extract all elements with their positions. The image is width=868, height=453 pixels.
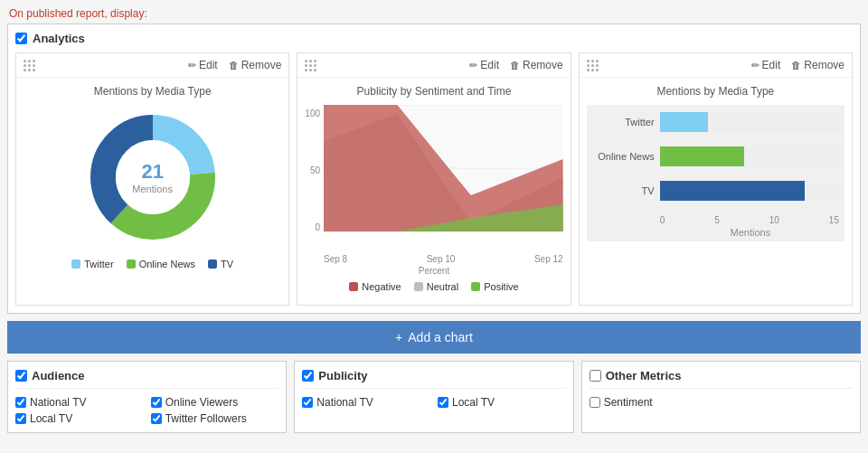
donut-label: Mentions [132,184,173,194]
legend-label-twitter: Twitter [84,259,113,269]
audience-local-tv-label: Local TV [30,412,72,425]
legend-neutral: Neutral [414,281,458,292]
audience-panel: Audience National TV Online Viewers Loca… [7,361,287,433]
audience-national-tv-checkbox[interactable] [15,397,26,408]
analytics-checkbox[interactable] [15,33,27,44]
audience-local-tv-checkbox[interactable] [15,413,26,424]
publicity-local-tv-label: Local TV [452,396,495,409]
chart-panel-2: Edit Remove Publicity by Sentiment and T… [297,52,571,306]
publicity-items: National TV Local TV [302,396,565,409]
chart-panel-3: Edit Remove Mentions by Media Type Twitt… [579,52,853,306]
pencil-icon-1 [188,59,196,71]
chart-title-2: Publicity by Sentiment and Time [305,85,562,98]
drag-handle-1[interactable] [24,60,35,71]
y-axis-label: Percent [305,266,562,276]
drag-handle-3[interactable] [587,60,599,71]
x-axis-labels: Sep 8 Sep 10 Sep 12 [324,252,563,266]
publicity-item-national-tv: National TV [302,396,430,409]
legend-label-online-news: Online News [139,259,195,269]
audience-title: Audience [32,369,85,382]
drag-handle-2[interactable] [305,60,316,71]
edit-button-2[interactable]: Edit [469,59,499,71]
audience-item-twitter-followers: Twitter Followers [151,412,279,425]
bar-chart: Twitter Online News TV [587,105,844,241]
legend-color-neutral [414,282,423,291]
donut-number: 21 [132,160,173,184]
sentiment-checkbox[interactable] [590,397,600,408]
bar-label-tv: TV [587,185,655,196]
add-chart-label: Add a chart [408,330,473,344]
axis-5: 5 [714,215,720,225]
chart-actions-3: Edit Remove [751,59,844,71]
chart-content-1: Mentions by Media Type [16,78,288,277]
legend-item-tv: TV [208,259,233,269]
trash-icon-1 [229,59,239,71]
chart-toolbar-3: Edit Remove [580,53,852,78]
edit-button-3[interactable]: Edit [751,59,781,71]
publicity-checkbox[interactable] [302,370,314,382]
add-chart-button[interactable]: +Add a chart [7,321,861,354]
bar-label-twitter: Twitter [587,117,655,127]
publicity-header: Publicity [302,369,565,389]
analytics-title: Analytics [33,32,85,45]
legend-color-negative [349,282,358,291]
remove-button-3[interactable]: Remove [791,59,844,71]
chart-panel-1: Edit Remove Mentions by Media Type [15,52,289,306]
audience-twitter-followers-checkbox[interactable] [151,413,162,424]
other-metrics-title: Other Metrics [606,369,682,382]
area-chart-svg-container: Sep 8 Sep 10 Sep 12 [324,105,563,266]
edit-button-1[interactable]: Edit [188,59,218,71]
chart-actions-1: Edit Remove [188,59,281,71]
audience-header: Audience [15,369,278,389]
bar-fill-tv [660,181,805,201]
legend-color-online-news [127,260,136,269]
bar-track-twitter [660,112,841,132]
other-metrics-panel: Other Metrics Sentiment [581,361,861,433]
remove-button-2[interactable]: Remove [510,59,563,71]
legend-label-negative: Negative [362,281,401,292]
chart-toolbar-1: Edit Remove [16,53,288,78]
publicity-item-local-tv: Local TV [438,396,566,409]
legend-label-positive: Positive [484,281,519,292]
sentiment-legend: Negative Neutral Positive [305,281,562,292]
chart-toolbar-2: Edit Remove [297,53,570,78]
donut-center: 21 Mentions [132,160,173,194]
other-metrics-items: Sentiment [590,396,853,409]
area-chart-svg [324,105,563,250]
trash-icon-2 [510,59,520,71]
legend-color-tv [208,260,217,269]
bar-row-tv: TV [587,181,841,201]
pencil-icon-3 [751,59,760,71]
legend-color-twitter [71,260,80,269]
top-label: On published report, display: [0,0,868,24]
bar-row-twitter: Twitter [587,112,841,132]
publicity-panel: Publicity National TV Local TV [294,361,573,433]
audience-online-viewers-checkbox[interactable] [151,397,162,408]
chart-content-2: Publicity by Sentiment and Time 100 50 0 [297,78,570,299]
publicity-national-tv-checkbox[interactable] [302,397,313,408]
audience-item-local-tv: Local TV [15,412,144,425]
pencil-icon-2 [469,59,477,71]
publicity-national-tv-label: National TV [316,396,373,409]
legend-label-tv: TV [221,259,233,269]
trash-icon-3 [791,59,801,71]
chart-title-1: Mentions by Media Type [24,85,281,98]
area-chart-wrapper: 100 50 0 [305,105,562,266]
audience-national-tv-label: National TV [30,396,86,409]
bar-fill-twitter [660,112,708,132]
bar-track-online-news [660,146,841,166]
donut-container: 21 Mentions Twitter Online News [24,105,281,269]
audience-checkbox[interactable] [15,370,27,382]
bar-row-online-news: Online News [587,146,841,166]
sentiment-label: Sentiment [604,396,653,409]
legend-color-positive [471,282,480,291]
axis-15: 15 [829,215,839,225]
publicity-local-tv-checkbox[interactable] [438,397,448,408]
legend-negative: Negative [349,281,401,292]
axis-label: Mentions [660,227,841,238]
audience-twitter-followers-label: Twitter Followers [165,412,247,425]
y-axis: 100 50 0 [305,105,320,232]
remove-button-1[interactable]: Remove [229,59,282,71]
plus-icon: + [395,330,402,344]
other-metrics-checkbox[interactable] [590,370,601,382]
